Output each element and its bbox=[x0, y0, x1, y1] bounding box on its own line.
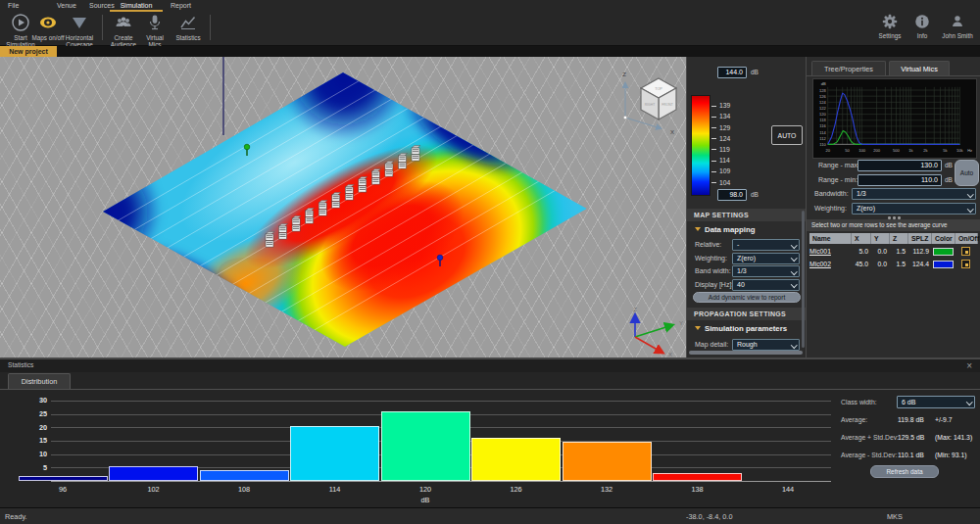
toolbar-separator bbox=[102, 15, 103, 40]
speaker-stack[interactable] bbox=[279, 224, 288, 240]
menu-file[interactable]: File bbox=[8, 2, 19, 12]
scale-auto-button[interactable]: AUTO bbox=[771, 125, 803, 145]
scale-tick-label: 109 bbox=[719, 167, 730, 174]
mic-row-value[interactable]: 0.0 bbox=[871, 259, 887, 270]
class-width-dropdown[interactable]: 6 dB bbox=[897, 396, 975, 408]
speaker-stack[interactable] bbox=[266, 232, 274, 248]
menu-report[interactable]: Report bbox=[171, 2, 191, 12]
cube-x-label: X bbox=[670, 129, 674, 135]
freq-curve-Mic002 bbox=[828, 93, 960, 144]
tab-new-project[interactable]: New project bbox=[0, 46, 57, 57]
info-button[interactable]: Info bbox=[906, 13, 938, 39]
speaker-stack[interactable] bbox=[332, 193, 341, 209]
mic-row-value[interactable]: 1.5 bbox=[890, 246, 906, 258]
range-max-input[interactable]: 130.0 bbox=[858, 160, 942, 171]
settings-button[interactable]: Settings bbox=[870, 13, 909, 39]
mic-row-name[interactable]: Mic001 bbox=[809, 246, 849, 258]
user-button[interactable]: John Smith bbox=[936, 13, 979, 39]
vertical-scrollbar[interactable] bbox=[802, 211, 805, 348]
speaker-stack[interactable] bbox=[412, 146, 420, 162]
histogram-xtick-label: 120 bbox=[406, 485, 445, 494]
histogram-bar[interactable] bbox=[653, 473, 742, 481]
weighting-dropdown[interactable]: Z(ero) bbox=[852, 203, 976, 214]
svg-text:500: 500 bbox=[893, 148, 901, 153]
chevron-down-icon bbox=[791, 268, 797, 274]
horizontal-scrollbar[interactable] bbox=[689, 351, 803, 355]
eye-icon bbox=[38, 13, 58, 32]
collapse-triangle-icon bbox=[695, 227, 701, 231]
navigation-cube[interactable]: Z X TOP RIGHT FRONT bbox=[612, 67, 686, 139]
map-setting-dropdown[interactable]: - bbox=[732, 239, 800, 251]
user-icon bbox=[949, 13, 966, 30]
stat-row-extra: (Max: 141.3) bbox=[935, 434, 972, 441]
stat-row-value: 129.5 dB bbox=[898, 434, 924, 441]
status-bar: Ready. -38.0, -8.4, 0.0 MKS bbox=[0, 507, 980, 524]
speaker-stack[interactable] bbox=[306, 209, 315, 224]
virtual-mics-button[interactable]: Virtual Mics bbox=[139, 13, 171, 48]
statistics-button[interactable]: Statistics bbox=[169, 13, 208, 41]
speaker-stack[interactable] bbox=[292, 216, 301, 232]
scale-tick bbox=[711, 171, 716, 172]
map-settings-panel: 144.0 dB 139134129124119114109104 98.0 d… bbox=[686, 57, 806, 357]
create-audience-button[interactable]: Create Audience bbox=[104, 13, 143, 48]
map-setting-label: Relative: bbox=[695, 241, 721, 248]
chart-icon bbox=[178, 13, 198, 32]
histogram-bar[interactable] bbox=[19, 476, 108, 481]
histogram-bar[interactable] bbox=[290, 426, 379, 481]
data-mapping-section[interactable]: Data mapping bbox=[695, 225, 756, 234]
scale-tick bbox=[711, 106, 716, 107]
info-icon bbox=[913, 13, 931, 30]
chevron-down-icon bbox=[791, 281, 797, 287]
propagation-setting-dropdown[interactable]: Rough bbox=[732, 339, 800, 351]
speaker-stack[interactable] bbox=[359, 177, 368, 193]
histogram-bar[interactable] bbox=[563, 442, 652, 481]
histogram-bar[interactable] bbox=[109, 466, 198, 481]
tab-virtual-mics[interactable]: Virtual Mics bbox=[889, 61, 950, 75]
class-width-label: Class width: bbox=[841, 399, 877, 405]
histogram-bar[interactable] bbox=[471, 438, 561, 481]
mic-table-header: X bbox=[852, 233, 871, 244]
map-setting-dropdown[interactable]: Z(ero) bbox=[732, 253, 800, 264]
speaker-stack[interactable] bbox=[371, 169, 380, 185]
speaker-stack[interactable] bbox=[345, 185, 354, 201]
histogram-xtick-label: 132 bbox=[587, 485, 626, 494]
scale-min-input[interactable]: 98.0 bbox=[717, 189, 747, 201]
range-auto-button[interactable]: Auto bbox=[955, 160, 979, 186]
mic-row-name[interactable]: Mic002 bbox=[809, 259, 849, 270]
tab-tree-properties[interactable]: Tree/Properties bbox=[811, 61, 886, 75]
mic-row-value[interactable]: 1.5 bbox=[890, 259, 906, 270]
histogram-xaxis-label: dB bbox=[406, 496, 445, 504]
range-min-input[interactable]: 110.0 bbox=[858, 174, 942, 186]
mic-onoff-checkbox[interactable] bbox=[961, 247, 970, 256]
mic-row-value[interactable]: 124.4 bbox=[908, 259, 929, 270]
stat-row-label: Average - Std.Dev: bbox=[841, 452, 897, 458]
scale-max-input[interactable]: 144.0 bbox=[717, 67, 747, 78]
map-setting-dropdown[interactable]: 1/3 bbox=[732, 265, 800, 277]
histogram-ytick-label: 15 bbox=[24, 436, 47, 445]
refresh-data-button[interactable]: Refresh data bbox=[870, 465, 939, 478]
top-bar: File Venue Sources Simulation Report Sta… bbox=[0, 0, 980, 46]
simulation-parameters-section[interactable]: Simulation parameters bbox=[695, 324, 787, 333]
mic-color-swatch[interactable] bbox=[933, 261, 954, 268]
speaker-stack[interactable] bbox=[318, 201, 327, 216]
mic-onoff-checkbox[interactable] bbox=[961, 260, 970, 268]
menu-venue[interactable]: Venue bbox=[57, 2, 76, 12]
histogram-xtick-label: 138 bbox=[678, 485, 717, 494]
mic-row-value[interactable]: 45.0 bbox=[852, 259, 868, 270]
mic-color-swatch[interactable] bbox=[933, 248, 954, 256]
mic-row-value[interactable]: 0.0 bbox=[871, 246, 887, 258]
horizontal-coverage-button[interactable]: Horizontal Coverage bbox=[59, 13, 100, 48]
histogram-bar[interactable] bbox=[381, 411, 470, 481]
mic-row-value[interactable]: 112.9 bbox=[908, 246, 929, 258]
viewport-3d[interactable]: Z X TOP RIGHT FRONT Z Y X bbox=[0, 57, 686, 357]
svg-text:124: 124 bbox=[819, 100, 827, 105]
speaker-stack[interactable] bbox=[399, 154, 408, 169]
menu-simulation[interactable]: Simulation bbox=[110, 2, 163, 12]
project-tab-strip: New project bbox=[0, 46, 980, 57]
speaker-stack[interactable] bbox=[385, 162, 394, 177]
add-dynamic-view-button[interactable]: Add dynamic view to report bbox=[693, 292, 801, 303]
map-setting-dropdown[interactable]: 40 bbox=[732, 279, 800, 291]
mic-row-value[interactable]: 5.0 bbox=[852, 246, 868, 258]
histogram-bar[interactable] bbox=[200, 470, 289, 481]
bandwidth-dropdown[interactable]: 1/3 bbox=[852, 188, 976, 200]
